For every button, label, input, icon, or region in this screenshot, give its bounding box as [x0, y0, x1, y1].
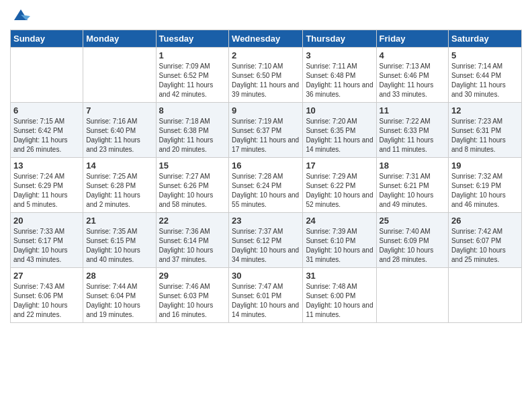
day-number: 3: [306, 50, 373, 60]
calendar-cell: 25Sunrise: 7:40 AM Sunset: 6:09 PM Dayli…: [376, 213, 449, 268]
day-info: Sunrise: 7:29 AM Sunset: 6:22 PM Dayligh…: [306, 172, 373, 210]
weekday-header-friday: Friday: [376, 30, 449, 48]
day-info: Sunrise: 7:42 AM Sunset: 6:07 PM Dayligh…: [451, 227, 519, 265]
week-row-1: 1Sunrise: 7:09 AM Sunset: 6:52 PM Daylig…: [11, 48, 522, 103]
day-info: Sunrise: 7:19 AM Sunset: 6:37 PM Dayligh…: [232, 117, 300, 154]
day-number: 4: [380, 50, 446, 60]
weekday-header-sunday: Sunday: [11, 30, 83, 48]
calendar-cell: [449, 268, 522, 323]
calendar-cell: 24Sunrise: 7:39 AM Sunset: 6:10 PM Dayli…: [303, 213, 376, 268]
weekday-header-tuesday: Tuesday: [156, 30, 229, 48]
day-info: Sunrise: 7:31 AM Sunset: 6:21 PM Dayligh…: [380, 172, 446, 210]
day-number: 26: [451, 216, 519, 226]
day-number: 24: [306, 216, 373, 226]
page: SundayMondayTuesdayWednesdayThursdayFrid…: [0, 0, 532, 330]
day-number: 6: [13, 105, 80, 116]
day-info: Sunrise: 7:11 AM Sunset: 6:48 PM Dayligh…: [306, 62, 373, 99]
week-row-4: 20Sunrise: 7:33 AM Sunset: 6:17 PM Dayli…: [11, 213, 522, 268]
day-info: Sunrise: 7:16 AM Sunset: 6:40 PM Dayligh…: [86, 117, 152, 154]
day-info: Sunrise: 7:36 AM Sunset: 6:14 PM Dayligh…: [159, 227, 226, 265]
day-number: 7: [86, 105, 152, 116]
day-number: 1: [159, 50, 226, 60]
day-number: 8: [159, 105, 226, 116]
weekday-header-monday: Monday: [83, 30, 156, 48]
calendar-cell: 31Sunrise: 7:48 AM Sunset: 6:00 PM Dayli…: [303, 268, 376, 323]
calendar-cell: 23Sunrise: 7:37 AM Sunset: 6:12 PM Dayli…: [229, 213, 303, 268]
calendar-cell: 7Sunrise: 7:16 AM Sunset: 6:40 PM Daylig…: [83, 103, 156, 158]
calendar-cell: [11, 48, 83, 103]
day-info: Sunrise: 7:20 AM Sunset: 6:35 PM Dayligh…: [306, 117, 373, 154]
weekday-header-wednesday: Wednesday: [229, 30, 303, 48]
calendar-cell: 5Sunrise: 7:14 AM Sunset: 6:44 PM Daylig…: [449, 48, 522, 103]
calendar-cell: 4Sunrise: 7:13 AM Sunset: 6:46 PM Daylig…: [376, 48, 449, 103]
calendar-cell: [376, 268, 449, 323]
header: [10, 7, 522, 24]
day-info: Sunrise: 7:25 AM Sunset: 6:28 PM Dayligh…: [86, 172, 152, 210]
day-number: 9: [232, 105, 300, 116]
day-number: 30: [232, 271, 300, 281]
day-number: 20: [13, 216, 80, 226]
calendar-cell: 30Sunrise: 7:47 AM Sunset: 6:01 PM Dayli…: [229, 268, 303, 323]
weekday-header-thursday: Thursday: [303, 30, 376, 48]
calendar-cell: 18Sunrise: 7:31 AM Sunset: 6:21 PM Dayli…: [376, 158, 449, 213]
day-info: Sunrise: 7:47 AM Sunset: 6:01 PM Dayligh…: [232, 282, 300, 320]
calendar-cell: 29Sunrise: 7:46 AM Sunset: 6:03 PM Dayli…: [156, 268, 229, 323]
calendar-cell: 3Sunrise: 7:11 AM Sunset: 6:48 PM Daylig…: [303, 48, 376, 103]
day-info: Sunrise: 7:24 AM Sunset: 6:29 PM Dayligh…: [13, 172, 80, 210]
day-number: 23: [232, 216, 300, 226]
day-info: Sunrise: 7:44 AM Sunset: 6:04 PM Dayligh…: [86, 282, 152, 320]
calendar-cell: 22Sunrise: 7:36 AM Sunset: 6:14 PM Dayli…: [156, 213, 229, 268]
calendar-cell: 10Sunrise: 7:20 AM Sunset: 6:35 PM Dayli…: [303, 103, 376, 158]
calendar-cell: 9Sunrise: 7:19 AM Sunset: 6:37 PM Daylig…: [229, 103, 303, 158]
logo: [10, 7, 30, 24]
day-number: 12: [451, 105, 519, 116]
calendar-cell: 15Sunrise: 7:27 AM Sunset: 6:26 PM Dayli…: [156, 158, 229, 213]
day-number: 5: [451, 50, 519, 60]
day-info: Sunrise: 7:35 AM Sunset: 6:15 PM Dayligh…: [86, 227, 152, 265]
day-info: Sunrise: 7:27 AM Sunset: 6:26 PM Dayligh…: [159, 172, 226, 210]
day-number: 27: [13, 271, 80, 281]
week-row-2: 6Sunrise: 7:15 AM Sunset: 6:42 PM Daylig…: [11, 103, 522, 158]
day-number: 16: [232, 161, 300, 171]
day-info: Sunrise: 7:22 AM Sunset: 6:33 PM Dayligh…: [380, 117, 446, 154]
day-info: Sunrise: 7:15 AM Sunset: 6:42 PM Dayligh…: [13, 117, 80, 154]
calendar-cell: 11Sunrise: 7:22 AM Sunset: 6:33 PM Dayli…: [376, 103, 449, 158]
day-number: 17: [306, 161, 373, 171]
calendar-cell: 27Sunrise: 7:43 AM Sunset: 6:06 PM Dayli…: [11, 268, 83, 323]
day-info: Sunrise: 7:28 AM Sunset: 6:24 PM Dayligh…: [232, 172, 300, 210]
day-info: Sunrise: 7:09 AM Sunset: 6:52 PM Dayligh…: [159, 62, 226, 99]
weekday-header-saturday: Saturday: [449, 30, 522, 48]
day-number: 29: [159, 271, 226, 281]
day-info: Sunrise: 7:40 AM Sunset: 6:09 PM Dayligh…: [380, 227, 446, 265]
calendar-table: SundayMondayTuesdayWednesdayThursdayFrid…: [10, 30, 522, 323]
day-info: Sunrise: 7:32 AM Sunset: 6:19 PM Dayligh…: [451, 172, 519, 210]
day-info: Sunrise: 7:43 AM Sunset: 6:06 PM Dayligh…: [13, 282, 80, 320]
day-number: 21: [86, 216, 152, 226]
day-info: Sunrise: 7:46 AM Sunset: 6:03 PM Dayligh…: [159, 282, 226, 320]
day-info: Sunrise: 7:33 AM Sunset: 6:17 PM Dayligh…: [13, 227, 80, 265]
calendar-cell: 19Sunrise: 7:32 AM Sunset: 6:19 PM Dayli…: [449, 158, 522, 213]
day-number: 15: [159, 161, 226, 171]
calendar-cell: 28Sunrise: 7:44 AM Sunset: 6:04 PM Dayli…: [83, 268, 156, 323]
calendar-cell: 2Sunrise: 7:10 AM Sunset: 6:50 PM Daylig…: [229, 48, 303, 103]
calendar-cell: 12Sunrise: 7:23 AM Sunset: 6:31 PM Dayli…: [449, 103, 522, 158]
day-info: Sunrise: 7:14 AM Sunset: 6:44 PM Dayligh…: [451, 62, 519, 99]
day-number: 31: [306, 271, 373, 281]
calendar-cell: 16Sunrise: 7:28 AM Sunset: 6:24 PM Dayli…: [229, 158, 303, 213]
logo-icon: [11, 5, 30, 24]
weekday-header-row: SundayMondayTuesdayWednesdayThursdayFrid…: [11, 30, 522, 48]
calendar-cell: 26Sunrise: 7:42 AM Sunset: 6:07 PM Dayli…: [449, 213, 522, 268]
day-info: Sunrise: 7:37 AM Sunset: 6:12 PM Dayligh…: [232, 227, 300, 265]
day-info: Sunrise: 7:18 AM Sunset: 6:38 PM Dayligh…: [159, 117, 226, 154]
week-row-3: 13Sunrise: 7:24 AM Sunset: 6:29 PM Dayli…: [11, 158, 522, 213]
day-number: 14: [86, 161, 152, 171]
calendar-cell: 8Sunrise: 7:18 AM Sunset: 6:38 PM Daylig…: [156, 103, 229, 158]
calendar-cell: [83, 48, 156, 103]
day-number: 2: [232, 50, 300, 60]
week-row-5: 27Sunrise: 7:43 AM Sunset: 6:06 PM Dayli…: [11, 268, 522, 323]
calendar-body: 1Sunrise: 7:09 AM Sunset: 6:52 PM Daylig…: [11, 48, 522, 323]
calendar-cell: 20Sunrise: 7:33 AM Sunset: 6:17 PM Dayli…: [11, 213, 83, 268]
calendar-cell: 13Sunrise: 7:24 AM Sunset: 6:29 PM Dayli…: [11, 158, 83, 213]
day-number: 13: [13, 161, 80, 171]
calendar-cell: 6Sunrise: 7:15 AM Sunset: 6:42 PM Daylig…: [11, 103, 83, 158]
